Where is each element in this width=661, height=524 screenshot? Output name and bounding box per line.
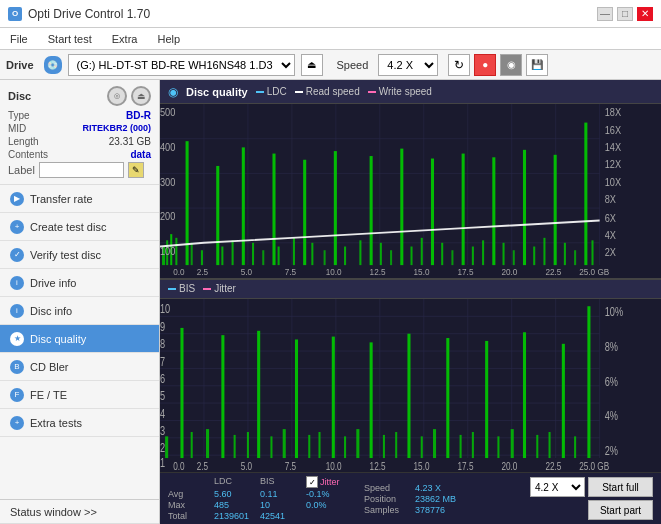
svg-text:2%: 2%: [605, 443, 618, 457]
svg-rect-52: [523, 150, 526, 265]
svg-rect-126: [433, 429, 436, 458]
drive-select[interactable]: (G:) HL-DT-ST BD-RE WH16NS48 1.D3: [68, 54, 295, 76]
svg-text:10%: 10%: [605, 304, 623, 318]
svg-text:25.0 GB: 25.0 GB: [579, 266, 609, 277]
chart-icon: ◉: [168, 85, 178, 99]
svg-text:7: 7: [160, 353, 165, 367]
svg-rect-30: [293, 238, 295, 265]
disc-label-input[interactable]: [39, 162, 124, 178]
sidebar-item-fe-te[interactable]: F FE / TE: [0, 381, 159, 409]
svg-rect-123: [395, 432, 397, 458]
svg-rect-20: [191, 243, 193, 265]
svg-text:7.5: 7.5: [285, 459, 297, 472]
bis-chart-svg: 10% 8% 6% 4% 2% 10 9 8 7 6 5 4 3 2 1 0.0…: [160, 299, 661, 473]
menu-extra[interactable]: Extra: [108, 31, 142, 47]
svg-rect-56: [564, 243, 566, 265]
svg-rect-45: [451, 250, 453, 265]
disc-label-button[interactable]: ✎: [128, 162, 144, 178]
jitter-checkbox[interactable]: ✓: [306, 476, 318, 488]
speed-label: Speed: [337, 59, 369, 71]
svg-text:15.0: 15.0: [414, 459, 430, 472]
svg-rect-113: [270, 436, 272, 458]
sidebar-item-disc-info[interactable]: i Disc info: [0, 297, 159, 325]
svg-rect-31: [303, 160, 306, 265]
save-button[interactable]: 💾: [526, 54, 548, 76]
svg-rect-57: [574, 250, 576, 265]
disc-contents-row: Contents data: [8, 149, 151, 160]
disc-length-label: Length: [8, 136, 39, 147]
svg-text:20.0: 20.0: [501, 459, 517, 472]
svg-rect-112: [257, 330, 260, 457]
chart-header: ◉ Disc quality LDC Read speed Write spee…: [160, 80, 661, 104]
title-bar-left: O Opti Drive Control 1.70: [8, 7, 150, 21]
close-button[interactable]: ✕: [637, 7, 653, 21]
speed-select[interactable]: 4.2 X: [378, 54, 438, 76]
svg-text:16X: 16X: [605, 124, 622, 136]
disc2-button[interactable]: ◉: [500, 54, 522, 76]
disc-info-icon: i: [10, 304, 24, 318]
svg-rect-107: [191, 432, 193, 458]
refresh-button[interactable]: ↻: [448, 54, 470, 76]
start-part-button[interactable]: Start part: [588, 500, 653, 520]
start-full-row: 4.2 X Start full: [530, 477, 653, 497]
sidebar-item-create-test-disc[interactable]: + Create test disc: [0, 213, 159, 241]
sidebar-item-verify-test-disc[interactable]: ✓ Verify test disc: [0, 241, 159, 269]
disc-header: Disc ◎ ⏏: [8, 86, 151, 106]
bis-label: BIS: [179, 283, 195, 294]
extra-tests-icon: +: [10, 416, 24, 430]
start-full-button[interactable]: Start full: [588, 477, 653, 497]
transfer-rate-icon: ▶: [10, 192, 24, 206]
svg-text:5: 5: [160, 388, 165, 402]
disc-eject-icon[interactable]: ⏏: [131, 86, 151, 106]
disc-button[interactable]: ●: [474, 54, 496, 76]
sidebar-item-drive-info[interactable]: i Drive info: [0, 269, 159, 297]
position-row: Position 23862 MB: [364, 494, 456, 504]
svg-rect-46: [462, 154, 465, 266]
menu-start-test[interactable]: Start test: [44, 31, 96, 47]
sidebar-item-extra-tests[interactable]: + Extra tests: [0, 409, 159, 437]
speed-dropdown[interactable]: 4.2 X: [530, 477, 585, 497]
svg-rect-58: [584, 123, 587, 266]
menu-file[interactable]: File: [6, 31, 32, 47]
sidebar-item-disc-quality[interactable]: ★ Disc quality: [0, 325, 159, 353]
legend-jitter: Jitter: [203, 283, 236, 294]
position-row-value: 23862 MB: [415, 494, 456, 504]
legend-ldc: LDC: [256, 86, 287, 97]
status-window-button[interactable]: Status window >>: [0, 500, 159, 524]
disc-quality-label: Disc quality: [30, 333, 86, 345]
max-label: Max: [168, 500, 198, 510]
chart-title: Disc quality: [186, 86, 248, 98]
eject-button[interactable]: ⏏: [301, 54, 323, 76]
svg-rect-29: [278, 247, 280, 266]
bis-col-header: BIS: [260, 476, 290, 488]
drive-label: Drive: [6, 59, 34, 71]
svg-text:9: 9: [160, 319, 165, 333]
svg-text:20.0: 20.0: [501, 266, 517, 277]
create-test-disc-label: Create test disc: [30, 221, 106, 233]
sidebar-item-cd-bler[interactable]: B CD Bler: [0, 353, 159, 381]
max-row: Max 485 10 0.0%: [168, 500, 346, 510]
maximize-button[interactable]: □: [617, 7, 633, 21]
svg-text:2.5: 2.5: [197, 459, 209, 472]
svg-rect-40: [400, 149, 403, 265]
ldc-label: LDC: [267, 86, 287, 97]
disc-info-label: Disc info: [30, 305, 72, 317]
svg-rect-43: [431, 159, 434, 266]
disc-image-icon: ◎: [107, 86, 127, 106]
svg-text:2.5: 2.5: [197, 266, 208, 277]
read-speed-color: [295, 91, 303, 93]
svg-rect-26: [252, 243, 254, 265]
ldc-header: [168, 476, 198, 488]
avg-bis-value: 0.11: [260, 489, 290, 499]
jitter-check-group: ✓ Jitter: [306, 476, 340, 488]
disc-mid-value: RITEKBR2 (000): [82, 123, 151, 134]
sidebar-item-transfer-rate[interactable]: ▶ Transfer rate: [0, 185, 159, 213]
avg-row: Avg 5.60 0.11 -0.1%: [168, 489, 346, 499]
menu-help[interactable]: Help: [153, 31, 184, 47]
svg-rect-119: [344, 436, 346, 458]
svg-rect-24: [232, 240, 234, 265]
svg-rect-59: [591, 240, 593, 265]
minimize-button[interactable]: —: [597, 7, 613, 21]
svg-rect-47: [472, 247, 474, 266]
max-ldc-value: 485: [214, 500, 244, 510]
